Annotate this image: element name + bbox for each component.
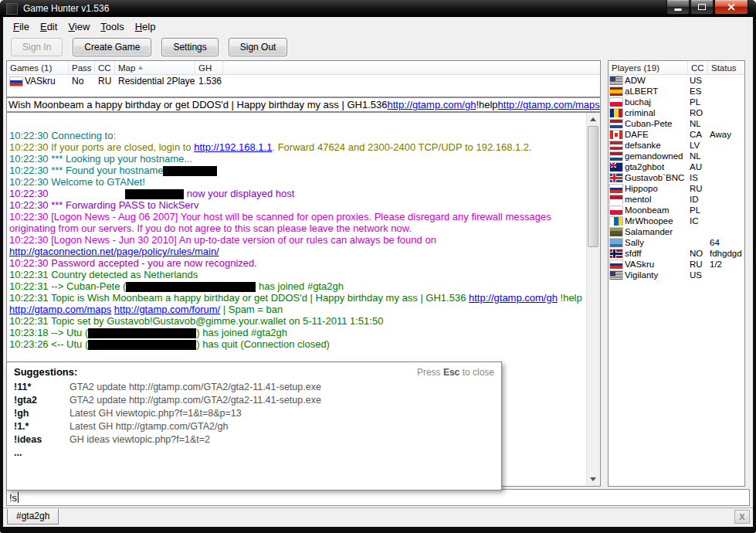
chat-line: 10:22:30 now your displayed host — [9, 188, 584, 199]
player-cc-cell: RU — [688, 184, 708, 193]
flag-icon — [610, 185, 622, 193]
close-button[interactable] — [714, 0, 748, 15]
games-column-header-map[interactable]: Map — [115, 61, 195, 74]
suggestion-command: !1.* — [14, 421, 69, 432]
player-status-cell: Away — [708, 130, 744, 139]
menu-item-view[interactable]: View — [63, 19, 95, 34]
column-label: Pass — [72, 63, 92, 73]
scroll-up-arrow-icon[interactable] — [587, 113, 600, 126]
suggestion-item[interactable]: !ghLatest GH viewtopic.php?f=1&t=8&p=13 — [14, 406, 494, 419]
sign-out-button[interactable]: Sign Out — [229, 38, 288, 56]
topic-link[interactable]: http://gtamp.com/maps — [498, 99, 600, 110]
game-row[interactable]: VASkruNoRUResidential 2Player1.536 — [7, 75, 600, 87]
player-cc-cell: AU — [688, 162, 708, 171]
player-name-cell: mentol — [609, 195, 688, 204]
player-row[interactable]: aLBERTES — [609, 86, 744, 97]
player-row[interactable]: criminalRO — [609, 107, 744, 118]
suggestion-item[interactable]: !gta2GTA2 update http://gtamp.com/GTA2/g… — [14, 393, 494, 406]
suggestion-item[interactable]: !1.*Latest GH http://gtamp.com/GTA2/gh — [14, 419, 494, 433]
flag-icon — [610, 239, 622, 247]
menu-item-tools[interactable]: Tools — [95, 19, 129, 34]
players-column-header-cc[interactable]: CC — [688, 61, 708, 74]
player-cc-cell: IS — [688, 173, 708, 182]
channel-tab-bar: #gta2gh X — [3, 508, 753, 527]
menu-item-edit[interactable]: Edit — [35, 19, 63, 34]
scrollbar-thumb[interactable] — [588, 126, 598, 247]
player-row[interactable]: gta2ghbotAU — [609, 161, 744, 172]
minimize-button[interactable] — [666, 0, 690, 15]
suggestion-command: !gh — [14, 408, 69, 419]
games-column-header-pass[interactable]: Pass — [69, 61, 95, 74]
suggestions-list: !11*GTA2 update http://gtamp.com/GTA2/gt… — [14, 380, 494, 459]
player-cc-cell: US — [688, 76, 708, 85]
flag-icon — [610, 131, 622, 139]
chat-line: 10:22:30 Connecting to: — [9, 130, 584, 141]
player-row[interactable]: Sally64 — [609, 237, 744, 248]
player-name: Salamander — [625, 227, 673, 236]
create-game-button[interactable]: Create Game — [73, 38, 151, 56]
tab-gta2gh[interactable]: #gta2gh — [7, 508, 59, 525]
close-tab-button[interactable]: X — [734, 510, 750, 524]
player-name: Moonbeam — [625, 205, 670, 215]
player-cc-cell: RU — [688, 260, 708, 269]
players-column-header-status[interactable]: Status — [708, 61, 744, 74]
flag-icon — [10, 77, 22, 86]
flag-icon — [610, 87, 622, 96]
flag-icon — [610, 228, 622, 236]
player-row[interactable]: gemandownedNL — [609, 151, 744, 161]
sign-in-button[interactable]: Sign In — [11, 38, 63, 56]
games-column-header-cc[interactable]: CC — [95, 61, 115, 74]
player-row[interactable]: ADWUS — [609, 75, 744, 86]
player-name-cell: ADW — [609, 76, 688, 85]
player-row[interactable]: Gustavob`BNCIS — [609, 172, 744, 183]
scroll-down-arrow-icon[interactable] — [587, 473, 600, 486]
player-row[interactable]: mentolID — [609, 194, 744, 205]
suggestion-description: GH ideas viewtopic.php?f=1&t=2 — [69, 434, 210, 445]
player-row[interactable]: MoonbeamPL — [609, 205, 744, 216]
topic-link[interactable]: http://gtamp.com/gh — [387, 99, 476, 110]
player-name: aLBERT — [625, 87, 658, 96]
message-input[interactable]: !s — [6, 489, 750, 506]
chat-line: 10:22:30 *** Found your hostname — [9, 165, 584, 176]
player-name: criminal — [625, 108, 656, 117]
player-row[interactable]: VASkruRU1/2 — [609, 259, 744, 270]
chat-line: 10:23:26 <-- Utu () has quit (Connection… — [9, 338, 584, 350]
settings-button[interactable]: Settings — [161, 38, 218, 56]
player-row[interactable]: HippopoRU — [609, 183, 744, 194]
player-row[interactable]: MrWhoopeeIC — [609, 216, 744, 226]
players-column-header-players-19[interactable]: Players (19) — [609, 61, 688, 74]
games-column-header-gh[interactable]: GH — [195, 61, 223, 74]
player-row[interactable]: defsankeLV — [609, 140, 744, 151]
player-row[interactable]: Salamander — [609, 226, 744, 237]
chat-scrollbar[interactable] — [586, 113, 600, 486]
suggestion-item[interactable]: !11*GTA2 update http://gtamp.com/GTA2/gt… — [14, 380, 494, 393]
player-row[interactable]: sfdffNOfdhgdgd — [609, 248, 744, 259]
chat-line: 10:23:18 --> Utu () has joined #gta2gh — [9, 327, 584, 338]
player-row[interactable]: Cuban-PeteNL — [609, 118, 744, 129]
player-status-cell: 64 — [708, 238, 744, 247]
flag-icon — [610, 174, 622, 182]
player-status-cell: fdhgdgd — [708, 249, 744, 258]
column-label: GH — [198, 63, 212, 73]
menu-item-file[interactable]: File — [8, 19, 35, 34]
suggestion-command: !ideas — [14, 434, 69, 445]
player-row[interactable]: VigilantyUS — [609, 270, 744, 280]
maximize-button[interactable] — [690, 0, 714, 15]
chat-line: 10:22:30 [Logon News - Jun 30 2010] An u… — [9, 234, 584, 246]
window-controls — [666, 0, 748, 15]
text-caret — [18, 492, 19, 503]
player-name: MrWhoopee — [625, 216, 673, 226]
chat-link[interactable]: http://gtamp.com/maps — [9, 304, 111, 315]
suggestion-item[interactable]: !ideasGH ideas viewtopic.php?f=1&t=2 — [14, 433, 494, 446]
chat-link[interactable]: http://192.168.1.1 — [194, 141, 272, 153]
player-row[interactable]: buchajPL — [609, 97, 744, 107]
games-column-header-games-1[interactable]: Games (1) — [7, 61, 69, 74]
chat-link[interactable]: http://gtamp.com/forum/ — [114, 304, 220, 315]
chat-link[interactable]: http://gtamp.com/gh — [469, 292, 558, 304]
chat-link[interactable]: http://gtaconnection.net/page/policy/rul… — [9, 246, 219, 257]
title-bar[interactable]: Game Hunter v1.536 — [0, 0, 756, 17]
menu-item-help[interactable]: Help — [130, 19, 161, 34]
topic-link[interactable]: http://gtamp.com/forum/ — [600, 99, 601, 110]
suggestion-item[interactable]: ... — [14, 446, 494, 459]
player-row[interactable]: DAFECAAway — [609, 129, 744, 140]
